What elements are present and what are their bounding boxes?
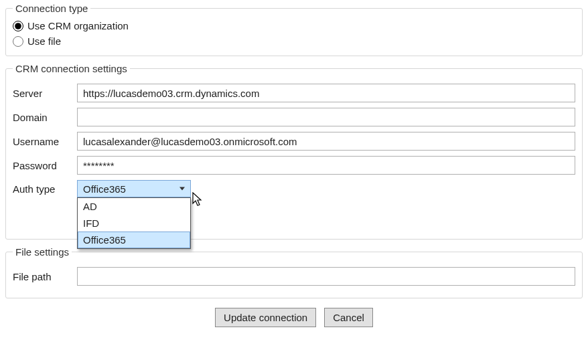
- auth-type-select[interactable]: Office365: [77, 180, 191, 197]
- radio-use-file-label: Use file: [27, 35, 61, 47]
- connection-type-legend: Connection type: [13, 3, 90, 14]
- auth-option-office365[interactable]: Office365: [78, 232, 190, 248]
- password-label: Password: [13, 160, 74, 171]
- server-row: Server: [13, 84, 575, 102]
- radio-use-crm-input[interactable]: [13, 21, 23, 31]
- radio-use-file[interactable]: Use file: [13, 33, 575, 49]
- password-row: Password: [13, 156, 575, 175]
- chevron-down-icon: [179, 187, 185, 191]
- password-input[interactable]: [77, 156, 575, 175]
- username-row: Username: [13, 132, 575, 151]
- connection-type-group: Connection type Use CRM organization Use…: [5, 3, 583, 56]
- auth-option-ad[interactable]: AD: [78, 198, 190, 215]
- update-connection-button[interactable]: Update connection: [215, 308, 316, 327]
- file-path-row: File path: [13, 267, 575, 286]
- file-settings-legend: File settings: [13, 246, 72, 258]
- button-row: Update connection Cancel: [5, 308, 583, 327]
- server-input[interactable]: [77, 84, 575, 102]
- auth-type-label: Auth type: [13, 183, 74, 195]
- username-input[interactable]: [77, 132, 575, 151]
- file-settings-group: File settings File path: [5, 246, 583, 298]
- auth-type-row: Auth type Office365 AD IFD Office365: [13, 180, 575, 197]
- radio-use-crm-label: Use CRM organization: [27, 20, 129, 31]
- auth-type-dropdown: AD IFD Office365: [77, 197, 191, 249]
- domain-label: Domain: [13, 112, 74, 123]
- file-path-label: File path: [13, 271, 74, 282]
- auth-option-ifd[interactable]: IFD: [78, 215, 190, 232]
- username-label: Username: [13, 136, 74, 147]
- file-path-input[interactable]: [77, 267, 575, 286]
- auth-type-selected-value: Office365: [83, 183, 126, 195]
- cancel-button[interactable]: Cancel: [324, 308, 373, 327]
- crm-settings-group: CRM connection settings Server Domain Us…: [5, 63, 583, 240]
- domain-row: Domain: [13, 108, 575, 126]
- domain-input[interactable]: [77, 108, 575, 126]
- auth-type-select-wrap: Office365 AD IFD Office365: [77, 180, 191, 197]
- crm-settings-legend: CRM connection settings: [13, 63, 130, 74]
- radio-use-crm[interactable]: Use CRM organization: [13, 18, 575, 33]
- server-label: Server: [13, 88, 74, 99]
- radio-use-file-input[interactable]: [13, 36, 23, 47]
